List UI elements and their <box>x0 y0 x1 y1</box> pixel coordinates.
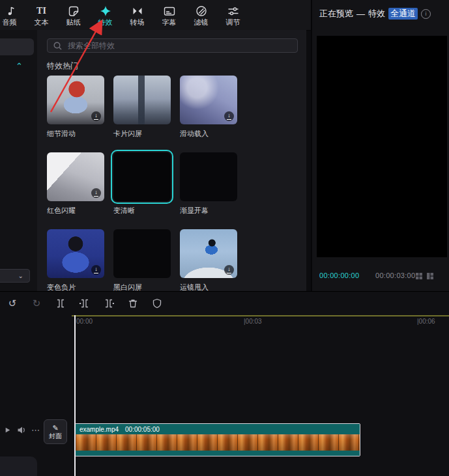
tool-label: 特效 <box>98 19 113 26</box>
effect-label: 细节滑动 <box>47 129 104 138</box>
preview-timecodes: 00:00:00:00 00:00:03:00 <box>312 272 449 282</box>
cover-button[interactable]: ✎ 封面 <box>44 419 67 444</box>
video-editor-window: 音频 TI 文本 贴纸 特效 <box>0 0 449 476</box>
transition-icon <box>131 5 144 18</box>
cover-label: 封面 <box>49 432 62 440</box>
effect-card[interactable]: ↓ 细节滑动 <box>47 76 104 138</box>
effect-card[interactable]: 渐显开幕 <box>180 152 237 215</box>
effects-star-icon <box>99 5 112 18</box>
effect-label: 黑白闪屏 <box>113 283 171 291</box>
tool-captions[interactable]: 字幕 <box>153 5 185 26</box>
tool-text[interactable]: TI 文本 <box>25 5 57 26</box>
download-icon: ↓ <box>91 111 101 121</box>
delete-left-icon[interactable] <box>79 298 91 309</box>
effects-grid: ↓ 细节滑动 卡片闪屏 ↓ 滑动载入 ↓ 红色闪耀 <box>47 76 237 291</box>
tool-label: 贴纸 <box>66 19 81 26</box>
tool-adjust[interactable]: 调节 <box>217 5 249 26</box>
effect-label: 渐显开幕 <box>180 206 237 215</box>
adjust-sliders-icon <box>227 5 240 18</box>
track-controls: ⋯ <box>3 426 40 434</box>
tool-sticker[interactable]: 贴纸 <box>57 5 89 26</box>
preview-screen[interactable] <box>317 36 447 257</box>
chevron-up-icon[interactable]: ⌃ <box>16 62 23 70</box>
download-icon: ↓ <box>91 265 101 275</box>
total-time: 00:00:03:00 <box>375 272 415 279</box>
mute-track-icon[interactable] <box>17 426 26 434</box>
tool-label: 调节 <box>226 19 240 26</box>
effect-label: 运镜甩入 <box>180 283 237 291</box>
category-dropdown[interactable]: ⌄ <box>0 269 30 283</box>
chevron-down-icon: ⌄ <box>18 272 23 279</box>
ruler-tick: 00:00 <box>76 318 93 325</box>
bottom-left-panel <box>0 456 37 476</box>
collapse-track-icon[interactable] <box>3 426 12 434</box>
effect-card[interactable]: ↓ 红色闪耀 <box>47 152 104 215</box>
clip-thumbnails <box>76 434 360 451</box>
search-box[interactable] <box>47 38 298 53</box>
playhead[interactable] <box>74 315 76 476</box>
tool-transition[interactable]: 转场 <box>121 5 153 26</box>
time-ruler[interactable]: 00:00 |00:03 |00:06 <box>0 316 449 327</box>
effect-thumbnail: ↓ <box>47 152 104 201</box>
tool-audio[interactable]: 音频 <box>0 5 25 26</box>
delete-icon[interactable] <box>127 298 139 309</box>
effect-card[interactable]: 卡片闪屏 <box>113 76 171 138</box>
effect-card[interactable]: ↓ 滑动载入 <box>180 76 237 138</box>
effect-label: 滑动载入 <box>180 129 237 138</box>
tool-label: 滤镜 <box>194 19 209 26</box>
tool-label: 文本 <box>35 19 49 26</box>
current-time: 00:00:00:00 <box>319 272 359 279</box>
clip-name: example.mp4 <box>80 426 119 433</box>
sidebar-item-cut[interactable] <box>0 38 34 55</box>
effect-label: 红色闪耀 <box>47 206 104 215</box>
effect-thumbnail <box>113 152 171 201</box>
ruler-tick: |00:03 <box>244 318 262 325</box>
effects-panel: 特效热门 ↓ 细节滑动 卡片闪屏 ↓ 滑动载入 ↓ <box>37 30 306 291</box>
effect-thumbnail: ↓ <box>47 229 104 278</box>
preview-separator: — <box>356 9 365 19</box>
section-title: 特效热门 <box>47 61 78 72</box>
preview-header: 正在预览 — 特效 全通道 i <box>319 8 431 20</box>
effect-card[interactable]: 黑白闪屏 <box>113 229 171 291</box>
effect-label: 变色负片 <box>47 283 104 291</box>
clip-header: example.mp4 00:00:05:00 <box>76 424 360 434</box>
info-icon[interactable]: i <box>421 9 431 19</box>
effect-card-selected[interactable]: 变清晰 <box>113 152 171 215</box>
text-icon: TI <box>36 5 46 18</box>
mask-icon[interactable] <box>151 298 163 309</box>
preview-layout-toggles <box>415 272 434 280</box>
effect-thumbnail: ↓ <box>180 76 237 124</box>
preview-mode: 特效 <box>368 8 385 20</box>
effect-label: 卡片闪屏 <box>113 129 171 138</box>
clip-duration: 00:00:05:00 <box>125 426 160 433</box>
tool-label: 转场 <box>130 19 145 26</box>
redo-icon[interactable]: ↻ <box>31 298 42 309</box>
effect-card[interactable]: ↓ 变色负片 <box>47 229 104 291</box>
captions-icon <box>163 5 176 18</box>
timeline: ↺ ↻ 00:00 |00:03 |00:06 <box>0 291 449 476</box>
more-options-icon[interactable]: ⋯ <box>31 426 40 434</box>
sticker-icon <box>67 5 80 18</box>
timeline-toolbar: ↺ ↻ <box>7 298 163 309</box>
search-icon <box>53 41 63 51</box>
tool-label: 音频 <box>3 19 17 26</box>
channel-badge[interactable]: 全通道 <box>388 8 418 20</box>
download-icon: ↓ <box>224 265 234 275</box>
undo-icon[interactable]: ↺ <box>7 298 18 309</box>
delete-right-icon[interactable] <box>103 298 115 309</box>
pencil-icon: ✎ <box>52 424 58 432</box>
split-icon[interactable] <box>55 298 66 309</box>
top-toolbar: 音频 TI 文本 贴纸 特效 <box>0 0 311 31</box>
video-clip[interactable]: example.mp4 00:00:05:00 <box>75 423 360 456</box>
tool-effects[interactable]: 特效 <box>89 5 121 26</box>
effect-label: 变清晰 <box>113 206 171 215</box>
effect-card[interactable]: ↓ 运镜甩入 <box>180 229 237 291</box>
download-icon: ↓ <box>224 111 234 121</box>
preview-panel: 正在预览 — 特效 全通道 i 00:00:00:00 00:00:03:00 <box>311 0 449 291</box>
audio-icon <box>3 5 16 18</box>
search-input[interactable] <box>66 40 292 51</box>
effect-thumbnail: ↓ <box>180 229 237 278</box>
layout-grid-icon[interactable] <box>415 272 423 280</box>
tool-filter[interactable]: 滤镜 <box>185 5 217 26</box>
layout-grid-icon[interactable] <box>426 272 434 280</box>
